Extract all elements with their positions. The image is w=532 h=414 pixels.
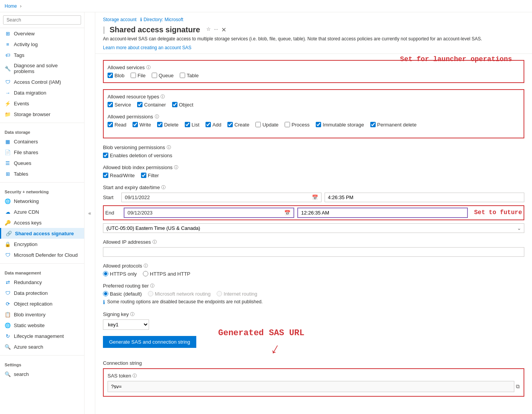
sidebar-item-file-shares[interactable]: 📄 File shares [0,147,84,158]
storage-account-link[interactable]: Storage account [103,17,136,22]
copy-icon[interactable]: ⧉ [516,383,520,390]
sas-token-info[interactable]: ⓘ [133,373,137,379]
sidebar-item-search[interactable]: 🔍 search [0,369,84,379]
service-blob[interactable]: Blob [108,73,124,78]
sidebar-item-lifecycle-management[interactable]: ↻ Lifecycle management [0,331,84,341]
container-checkbox[interactable] [137,102,143,107]
routing-basic[interactable]: Basic (default) [103,291,142,297]
sidebar-collapse-button[interactable]: « [85,12,95,414]
sas-token-input[interactable] [108,381,514,392]
sidebar-item-overview[interactable]: ⊞ Overview [0,28,84,39]
resource-types-info[interactable]: ⓘ [161,94,165,100]
basic-radio[interactable] [103,291,108,296]
sidebar-item-static-website[interactable]: 🌐 Static website [0,320,84,331]
blob-versioning-info[interactable]: ⓘ [167,145,171,150]
sidebar-item-containers[interactable]: ▦ Containers [0,136,84,147]
versioning-checkbox[interactable] [103,153,108,158]
update-checkbox[interactable] [255,122,261,127]
sidebar-item-redundancy[interactable]: ⇄ Redundancy [0,277,84,288]
routing-internet[interactable]: Internet routing [217,291,257,297]
service-queue[interactable]: Queue [152,73,174,78]
list-checkbox[interactable] [185,122,190,127]
start-time-input[interactable] [325,193,525,202]
https-only-radio[interactable] [103,271,108,276]
sidebar-item-encryption[interactable]: 🔒 Encryption [0,239,84,249]
sidebar-item-shared-access-signature[interactable]: 🔗 Shared access signature [0,228,84,239]
blob-index-info[interactable]: ⓘ [174,165,178,170]
learn-more-link[interactable]: Learn more about creating an account SAS [103,45,191,50]
star-icon[interactable]: ☆ [206,26,211,33]
allowed-ip-input[interactable] [103,247,524,257]
sidebar-item-blob-inventory[interactable]: 📋 Blob inventory [0,309,84,320]
start-date-input[interactable]: 09/11/2022 📅 [121,193,322,202]
signing-key-select[interactable]: key1 key2 [103,319,149,330]
perm-add[interactable]: Add [206,122,221,128]
sidebar-item-queues[interactable]: ☰ Queues [0,158,84,168]
routing-tier-info[interactable]: ⓘ [150,283,154,289]
filter-checkbox[interactable] [141,173,146,178]
sidebar-item-networking[interactable]: 🌐 Networking [0,196,84,206]
perm-list[interactable]: List [185,122,199,128]
microsoft-radio[interactable] [148,291,153,296]
sidebar-item-data-migration[interactable]: → Data migration [0,87,84,98]
end-time-input[interactable] [297,208,468,218]
resource-container[interactable]: Container [137,102,166,108]
sidebar-item-activity-log[interactable]: ≡ Activity log [0,39,84,50]
perm-create[interactable]: Create [227,122,249,128]
perm-process[interactable]: Process [285,122,310,128]
protocol-https-http[interactable]: HTTPS and HTTP [143,271,190,277]
sidebar-item-tables[interactable]: ⊞ Tables [0,168,84,179]
allowed-services-info[interactable]: ⓘ [146,65,151,70]
delete-checkbox[interactable] [157,122,162,127]
blob-checkbox[interactable] [108,73,113,78]
read-checkbox[interactable] [108,122,113,127]
process-checkbox[interactable] [285,122,290,127]
permissions-info[interactable]: ⓘ [155,114,159,120]
object-checkbox[interactable] [172,102,177,107]
allowed-ip-info[interactable]: ⓘ [152,239,157,245]
sidebar-item-tags[interactable]: 🏷 Tags [0,50,84,60]
add-checkbox[interactable] [206,122,211,127]
sidebar-item-diagnose[interactable]: 🔧 Diagnose and solve problems [0,60,84,76]
protocol-https-only[interactable]: HTTPS only [103,271,137,277]
perm-immutable[interactable]: Immutable storage [316,122,364,128]
resource-object[interactable]: Object [172,102,194,108]
sidebar-item-iam[interactable]: 🛡 Access Control (IAM) [0,76,84,87]
sidebar-item-azure-cdn[interactable]: ☁ Azure CDN [0,206,84,217]
perm-update[interactable]: Update [255,122,278,128]
end-cal-icon[interactable]: 📅 [284,210,290,216]
readwrite-checkbox[interactable] [103,173,108,178]
immutable-checkbox[interactable] [316,122,321,127]
sidebar-item-storage-browser[interactable]: 📁 Storage browser [0,109,84,120]
blob-versioning-checkbox-item[interactable]: Enables deletion of versions [103,153,524,158]
internet-radio[interactable] [217,291,222,296]
sidebar-item-data-protection[interactable]: 🛡 Data protection [0,288,84,298]
allowed-protocols-info[interactable]: ⓘ [144,263,148,269]
routing-microsoft[interactable]: Microsoft network routing [148,291,210,297]
home-link[interactable]: Home [5,3,17,9]
write-checkbox[interactable] [133,122,138,127]
sidebar-item-object-replication[interactable]: ⟳ Object replication [0,298,84,309]
start-cal-icon[interactable]: 📅 [312,195,318,200]
search-input[interactable] [3,15,81,25]
perm-delete[interactable]: Delete [157,122,179,128]
service-file[interactable]: File [131,73,146,78]
datetime-info[interactable]: ⓘ [161,185,166,190]
perm-write[interactable]: Write [133,122,151,128]
service-checkbox[interactable] [108,102,113,107]
end-date-input[interactable]: 09/12/2023 📅 [124,208,294,218]
file-checkbox[interactable] [131,73,136,78]
sidebar-item-events[interactable]: ⚡ Events [0,98,84,109]
https-http-radio[interactable] [143,271,148,276]
sidebar-item-azure-search[interactable]: 🔍 Azure search [0,341,84,352]
index-filter[interactable]: Filter [141,173,159,178]
index-readwrite[interactable]: Read/Write [103,173,135,178]
signing-key-info[interactable]: ⓘ [130,311,134,317]
service-table[interactable]: Table [180,73,199,78]
resource-service[interactable]: Service [108,102,131,108]
more-icon[interactable]: ··· [214,26,218,33]
timezone-select[interactable]: (UTC-05:00) Eastern Time (US & Canada) [103,223,524,233]
perm-read[interactable]: Read [108,122,126,128]
close-button[interactable]: ✕ [221,26,226,33]
sidebar-item-defender[interactable]: 🛡 Microsoft Defender for Cloud [0,249,84,260]
